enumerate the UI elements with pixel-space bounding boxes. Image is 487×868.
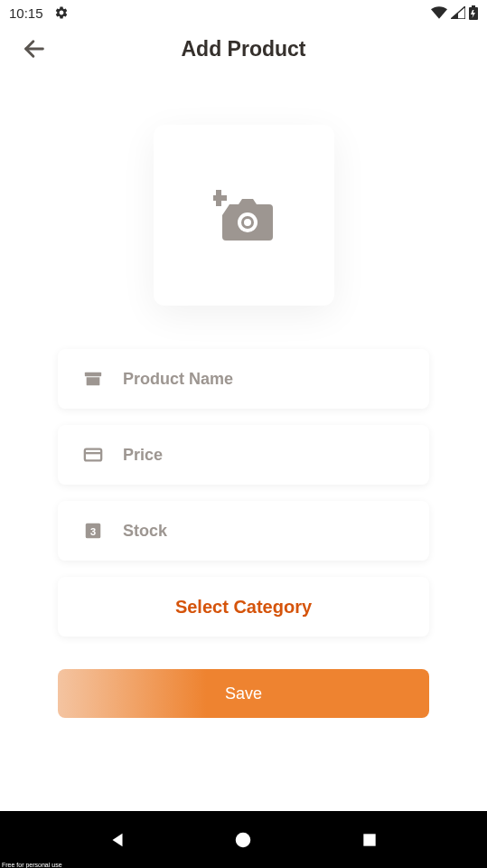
svg-rect-4 xyxy=(213,195,227,201)
add-photo-icon xyxy=(213,184,275,246)
signal-icon xyxy=(451,6,465,19)
price-field-container xyxy=(58,425,429,485)
status-right xyxy=(431,5,478,20)
page-title: Add Product xyxy=(182,37,306,61)
content-area: 3 Select Category Save xyxy=(0,72,487,718)
svg-text:3: 3 xyxy=(90,526,96,537)
status-time: 10:15 xyxy=(9,5,43,21)
svg-rect-9 xyxy=(85,449,101,461)
navigation-bar: Free for personal use xyxy=(0,811,487,868)
svg-rect-0 xyxy=(472,5,475,7)
status-bar: 10:15 xyxy=(0,0,487,25)
save-button[interactable]: Save xyxy=(58,669,429,718)
svg-rect-14 xyxy=(363,834,375,845)
nav-recent-button[interactable] xyxy=(356,826,383,854)
product-name-input[interactable] xyxy=(123,370,404,389)
image-upload-button[interactable] xyxy=(154,125,334,306)
square-icon xyxy=(361,831,379,849)
svg-point-13 xyxy=(236,832,251,847)
credit-card-icon xyxy=(83,445,103,465)
header: Add Product xyxy=(0,25,487,72)
nav-home-button[interactable] xyxy=(229,826,257,854)
wifi-icon xyxy=(431,6,447,19)
back-button[interactable] xyxy=(22,36,47,61)
circle-icon xyxy=(233,830,253,850)
battery-icon xyxy=(469,5,478,20)
triangle-left-icon xyxy=(108,830,127,850)
svg-rect-8 xyxy=(85,373,101,377)
gear-icon xyxy=(54,5,69,20)
nav-back-button[interactable] xyxy=(104,826,131,854)
stock-input[interactable] xyxy=(123,522,404,541)
price-input[interactable] xyxy=(123,446,404,465)
free-text-label: Free for personal use xyxy=(2,862,62,868)
number-box-icon: 3 xyxy=(83,521,103,541)
select-category-button[interactable]: Select Category xyxy=(58,577,429,637)
status-left: 10:15 xyxy=(9,5,69,21)
stock-field-container: 3 xyxy=(58,501,429,561)
product-name-field-container xyxy=(58,349,429,409)
svg-point-7 xyxy=(244,219,251,226)
arrow-left-icon xyxy=(22,36,47,61)
archive-icon xyxy=(83,369,103,389)
